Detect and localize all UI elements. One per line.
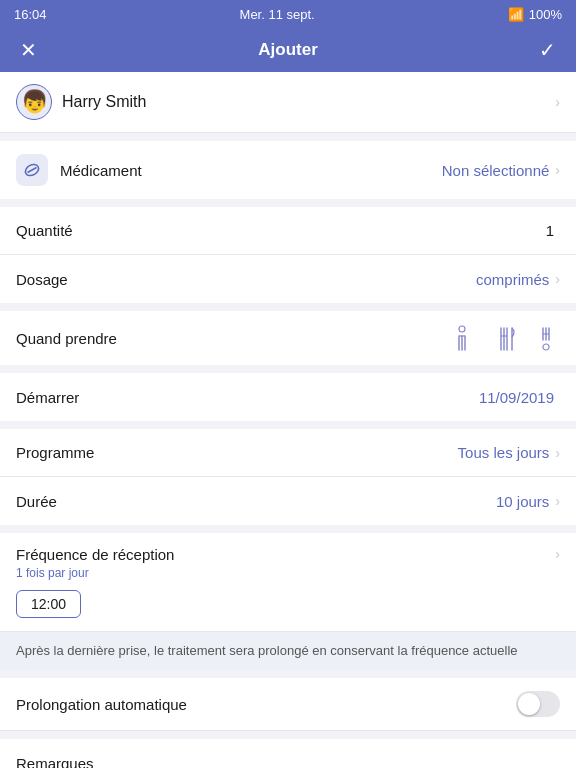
dosage-label: Dosage <box>16 271 476 288</box>
meal-icons <box>448 324 560 352</box>
medicament-row[interactable]: Médicament Non sélectionné › <box>0 141 576 199</box>
duree-chevron: › <box>555 493 560 509</box>
after-meal-icon[interactable] <box>532 324 560 352</box>
status-bar: 16:04 Mer. 11 sept. 📶 100% <box>0 0 576 28</box>
avatar-icon: 👦 <box>21 89 48 115</box>
duree-label: Durée <box>16 493 496 510</box>
medicament-value: Non sélectionné <box>442 162 550 179</box>
patient-name: Harry Smith <box>62 93 555 111</box>
frequence-label: Fréquence de réception <box>16 546 174 563</box>
quand-prendre-section: Quand prendre <box>0 311 576 365</box>
demarrer-label: Démarrer <box>16 389 479 406</box>
separator-8 <box>0 731 576 739</box>
svg-line-1 <box>28 168 37 173</box>
separator-7 <box>0 670 576 678</box>
status-date: Mer. 11 sept. <box>240 7 315 22</box>
demarrer-section: Démarrer 11/09/2019 <box>0 373 576 421</box>
separator-2 <box>0 199 576 207</box>
prolongation-section: Prolongation automatique <box>0 678 576 731</box>
wifi-icon: 📶 <box>508 7 524 22</box>
dosage-value: comprimés <box>476 271 549 288</box>
battery-icon: 100% <box>529 7 562 22</box>
prolongation-label: Prolongation automatique <box>16 696 516 713</box>
programme-row[interactable]: Programme Tous les jours › <box>0 429 576 477</box>
dosage-chevron: › <box>555 271 560 287</box>
nav-title: Ajouter <box>258 40 318 60</box>
confirm-button[interactable]: ✓ <box>535 34 560 66</box>
patient-section: 👦 Harry Smith › <box>0 72 576 133</box>
info-text: Après la dernière prise, le traitement s… <box>0 632 576 670</box>
separator-4 <box>0 365 576 373</box>
status-right: 📶 100% <box>508 7 562 22</box>
quantite-label: Quantité <box>16 222 546 239</box>
patient-row[interactable]: 👦 Harry Smith › <box>0 72 576 133</box>
before-meal-icon[interactable] <box>448 324 476 352</box>
frequence-label-row: Fréquence de réception › <box>16 546 560 563</box>
close-button[interactable]: ✕ <box>16 34 41 66</box>
nav-bar: ✕ Ajouter ✓ <box>0 28 576 72</box>
frequence-row[interactable]: Fréquence de réception › 1 fois par jour… <box>0 533 576 632</box>
svg-point-2 <box>459 326 465 332</box>
separator-1 <box>0 133 576 141</box>
separator-5 <box>0 421 576 429</box>
frequence-chevron: › <box>555 546 560 562</box>
frequence-sublabel: 1 fois par jour <box>16 566 560 580</box>
remarques-section: Remarques <box>0 739 576 768</box>
medicament-chevron: › <box>555 162 560 178</box>
status-time: 16:04 <box>14 7 47 22</box>
medicament-section: Médicament Non sélectionné › <box>0 141 576 199</box>
during-meal-icon[interactable] <box>490 324 518 352</box>
quantite-value: 1 <box>546 222 554 239</box>
programme-label: Programme <box>16 444 458 461</box>
separator-6 <box>0 525 576 533</box>
patient-chevron: › <box>555 94 560 110</box>
prolongation-row[interactable]: Prolongation automatique <box>0 678 576 731</box>
demarrer-row[interactable]: Démarrer 11/09/2019 <box>0 373 576 421</box>
programme-chevron: › <box>555 445 560 461</box>
medicament-label: Médicament <box>60 162 442 179</box>
duree-row[interactable]: Durée 10 jours › <box>0 477 576 525</box>
duree-value: 10 jours <box>496 493 549 510</box>
medicament-icon <box>16 154 48 186</box>
quand-prendre-row[interactable]: Quand prendre <box>0 311 576 365</box>
programme-duree-section: Programme Tous les jours › Durée 10 jour… <box>0 429 576 525</box>
toggle-knob <box>518 693 540 715</box>
quand-prendre-label: Quand prendre <box>16 330 448 347</box>
quantite-dosage-section: Quantité 1 Dosage comprimés › <box>0 207 576 303</box>
programme-value: Tous les jours <box>458 444 550 461</box>
avatar: 👦 <box>16 84 52 120</box>
frequence-section: Fréquence de réception › 1 fois par jour… <box>0 533 576 632</box>
quantite-row[interactable]: Quantité 1 <box>0 207 576 255</box>
remarques-label: Remarques <box>16 755 560 768</box>
demarrer-value: 11/09/2019 <box>479 389 554 406</box>
prolongation-toggle[interactable] <box>516 691 560 717</box>
svg-point-16 <box>543 344 549 350</box>
time-chip[interactable]: 12:00 <box>16 590 81 618</box>
dosage-row[interactable]: Dosage comprimés › <box>0 255 576 303</box>
separator-3 <box>0 303 576 311</box>
remarques-row[interactable]: Remarques <box>0 739 576 768</box>
